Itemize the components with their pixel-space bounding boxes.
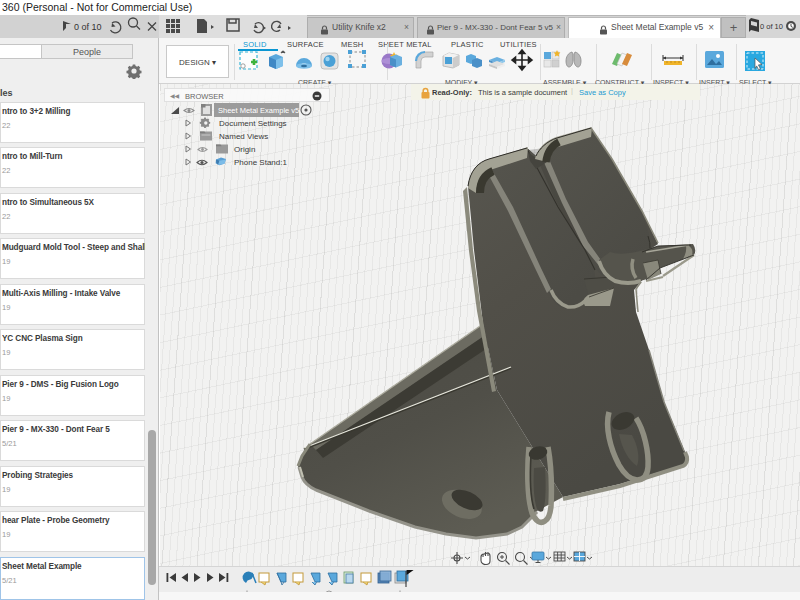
svg-text:0 of 10: 0 of 10 xyxy=(74,22,102,32)
svg-text:Origin: Origin xyxy=(234,145,255,154)
svg-text:Sheet Metal Example v5: Sheet Metal Example v5 xyxy=(218,106,299,115)
svg-text:Phone Stand:1: Phone Stand:1 xyxy=(234,158,287,167)
svg-text:Named Views: Named Views xyxy=(219,132,268,141)
svg-text:Document Settings: Document Settings xyxy=(219,119,287,128)
svg-text:0 of 10: 0 of 10 xyxy=(760,22,783,31)
